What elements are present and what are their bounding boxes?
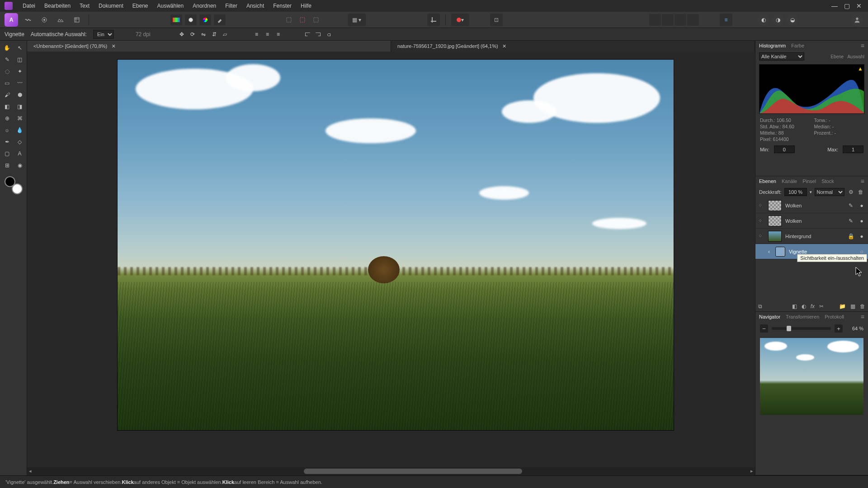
zoom-in-button[interactable]: + [835,324,843,333]
freehand-tool[interactable]: 〰 [14,78,26,89]
persona-photo-icon[interactable]: A [5,13,18,27]
zoom-slider[interactable] [772,327,831,330]
colorpicker-tool[interactable]: ✎ [1,54,13,65]
layer-row[interactable]: ⁘Hintergrund🔒● [755,229,868,244]
menu-hilfe[interactable]: Hilfe [296,0,316,12]
node-tool[interactable]: ◇ [14,136,26,147]
dodge-tool[interactable]: ☼ [1,125,13,136]
persona-export-icon[interactable] [71,14,83,26]
align-left-icon[interactable]: ≡ [252,29,262,39]
tab-navigator[interactable]: Navigator [759,314,780,319]
persona-develop-icon[interactable] [38,14,51,26]
tab-history[interactable]: Protokoll [825,314,844,319]
tab-layers[interactable]: Ebenen [759,178,776,184]
text-tool[interactable]: A [14,148,26,159]
distribute-top-icon[interactable]: ⫍ [302,29,312,39]
canvas-viewport[interactable] [27,52,755,467]
layer-row[interactable]: ⁘Wolken✎● [755,213,868,229]
transform-rotate-icon[interactable]: ⟳ [188,29,198,39]
persona-tonemap-icon[interactable] [54,14,67,26]
color-swatch[interactable] [5,176,23,194]
menu-ansicht[interactable]: Ansicht [242,0,269,12]
scope-layer[interactable]: Ebene [830,54,844,59]
blendmode-select[interactable]: Normal [815,188,844,196]
sync-c-icon[interactable]: ◒ [787,14,798,26]
order-icon[interactable]: ≡ [720,14,732,26]
mesh-tool[interactable]: ⊞ [1,160,13,171]
tab-close-icon[interactable]: × [112,42,115,50]
blur-tool[interactable]: 💧 [14,125,26,136]
distribute-bot-icon[interactable]: ⫏ [324,29,334,39]
transform-move-icon[interactable]: ✥ [177,29,187,39]
crop-tool[interactable]: ◫ [14,54,26,65]
menu-bearbeiten[interactable]: Bearbeiten [40,0,75,12]
transform-shear-icon[interactable]: ▱ [220,29,230,39]
quickmask-icon[interactable]: ▦ ▾ [348,14,366,26]
min-input[interactable] [774,145,795,153]
stamp-tool[interactable]: ⌘ [14,113,26,124]
max-input[interactable] [843,145,863,153]
panel-menu-icon[interactable]: ≡ [861,42,864,49]
panel-menu-icon[interactable]: ≡ [861,313,864,320]
scope-selection[interactable]: Auswahl [847,54,864,59]
marquee-tool[interactable]: ▭ [1,78,13,89]
distribute-mid-icon[interactable]: ⫎ [313,29,323,39]
navigator-preview[interactable] [760,338,863,415]
layer-add-icon[interactable]: ▦ [850,303,855,310]
layer-settings-icon[interactable]: ⚙ [847,188,854,196]
tab-color[interactable]: Farbe [791,43,804,48]
layer-merge-icon[interactable]: ⧉ [758,303,762,310]
shape-tool[interactable]: ▢ [1,148,13,159]
gradient-tool[interactable]: ◧ [1,101,13,112]
layer-visibility-icon[interactable]: ● [858,233,865,239]
selection-brush-tool[interactable]: ◌ [1,66,13,77]
assist-icon[interactable]: ▾ [451,14,469,26]
canvas[interactable] [118,60,674,430]
tab-stock[interactable]: Stock [821,178,834,184]
hand-tool[interactable]: ✋ [1,42,13,53]
arrange-left[interactable] [649,14,661,26]
align-right-icon[interactable]: ≡ [274,29,283,39]
tab-brushes[interactable]: Pinsel [802,178,816,184]
auto-select-dropdown[interactable]: Ein [93,30,114,39]
autolevels-icon[interactable] [185,14,197,25]
opacity-input[interactable] [784,188,807,196]
layer-expand-icon[interactable]: ‹ [768,249,772,255]
layer-lock-icon[interactable]: 🔒 [847,233,854,239]
sync-b-icon[interactable]: ◑ [772,14,784,26]
arrange-center[interactable] [662,14,674,26]
selection-remove-icon[interactable] [296,14,309,26]
tab-channels[interactable]: Kanäle [782,178,797,184]
persona-liquify-icon[interactable] [22,14,34,26]
layer-visibility-icon[interactable]: ● [858,202,865,209]
layer-row[interactable]: ⁘Wolken✎● [755,198,868,213]
menu-ebene[interactable]: Ebene [128,0,153,12]
layer-fx-icon[interactable]: fx [811,303,815,310]
tab-histogram[interactable]: Histogramm [759,43,786,48]
menu-auswählen[interactable]: Auswählen [152,0,188,12]
move-tool[interactable]: ↖ [14,42,26,53]
menu-datei[interactable]: Datei [18,0,40,12]
target-tool[interactable]: ◉ [14,160,26,171]
account-icon[interactable] [851,14,863,26]
selection-add-icon[interactable] [310,14,322,26]
colorwheel-icon[interactable] [199,14,211,25]
layer-delete-icon[interactable]: 🗑 [860,303,865,310]
menu-text[interactable]: Text [75,0,94,12]
menu-dokument[interactable]: Dokument [94,0,128,12]
tab-transform[interactable]: Transformieren [786,314,819,319]
layer-visibility-icon[interactable]: ● [858,218,865,224]
window-minimize[interactable]: — [831,2,838,9]
layer-mask-icon[interactable]: ◧ [792,303,797,310]
preview-icon[interactable]: ⊡ [490,14,503,26]
wb-picker-icon[interactable] [214,14,226,25]
window-close[interactable]: ✕ [856,2,862,9]
fill-tool[interactable]: ⬢ [14,89,26,100]
layer-edit-icon[interactable]: ✎ [847,218,854,224]
layer-trash-icon[interactable]: 🗑 [857,188,864,196]
document-tab[interactable]: nature-7595617_1920.jpg [Geändert] (64,1… [391,41,755,52]
flood-select-tool[interactable]: ✦ [14,66,26,77]
arrange-more[interactable] [687,14,699,26]
crop-toggle-icon[interactable] [427,14,440,26]
erase-tool[interactable]: ◨ [14,101,26,112]
